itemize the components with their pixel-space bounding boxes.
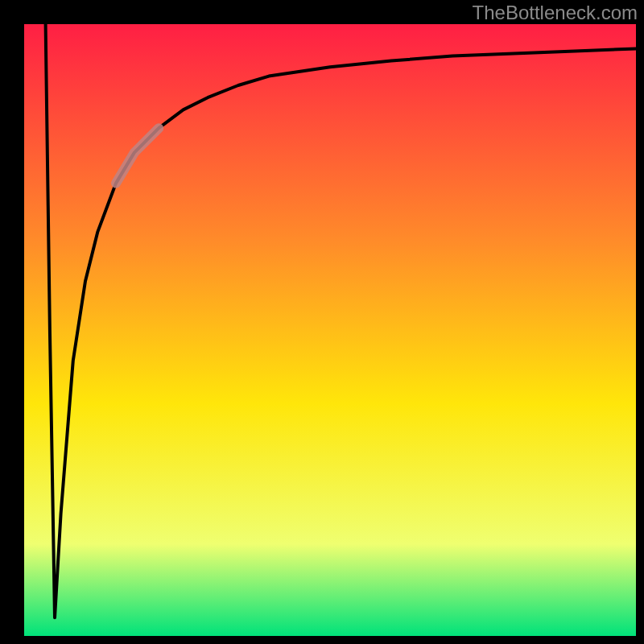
attribution-text: TheBottleneck.com: [473, 2, 638, 24]
plot-area: [24, 24, 636, 636]
bottleneck-chart: [0, 0, 644, 644]
